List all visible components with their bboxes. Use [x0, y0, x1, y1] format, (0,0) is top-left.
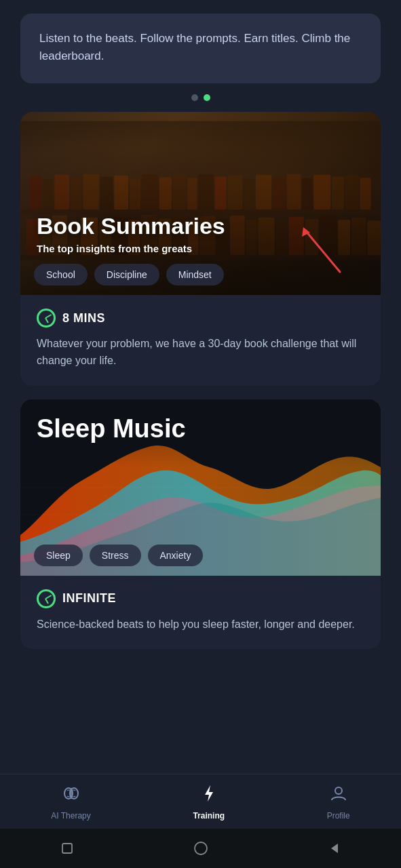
android-home-btn[interactable]	[191, 839, 210, 858]
book-summaries-card[interactable]: Book Summaries The top insights from the…	[20, 112, 381, 386]
tag-school[interactable]: School	[34, 264, 88, 285]
android-nav-bar	[0, 829, 401, 868]
nav-profile[interactable]: Profile	[327, 784, 350, 821]
main-scroll-area: Listen to the beats. Follow the prompts.…	[0, 0, 401, 771]
svg-point-62	[195, 842, 207, 854]
bolt-icon	[199, 784, 218, 808]
bottom-nav: AI Therapy Training Profile	[0, 774, 401, 827]
nav-training[interactable]: Training	[193, 784, 225, 821]
nav-ai-therapy[interactable]: AI Therapy	[51, 784, 90, 821]
dot-2[interactable]	[204, 94, 210, 101]
sleep-music-title: Sleep Music	[37, 414, 186, 443]
book-summaries-title: Book Summaries	[37, 214, 364, 239]
book-card-text: Book Summaries The top insights from the…	[37, 214, 364, 254]
svg-rect-61	[62, 844, 72, 853]
tag-mindset[interactable]: Mindset	[166, 264, 224, 285]
tag-stress[interactable]: Stress	[90, 545, 141, 566]
sleep-description: Science-backed beats to help you sleep f…	[37, 616, 364, 633]
sleep-duration: INFINITE	[62, 591, 116, 606]
promo-banner: Listen to the beats. Follow the prompts.…	[20, 14, 381, 83]
svg-marker-63	[331, 844, 338, 853]
android-back-btn[interactable]	[325, 839, 344, 858]
svg-point-60	[335, 787, 342, 794]
book-summaries-subtitle: The top insights from the greats	[37, 243, 364, 254]
tag-sleep[interactable]: Sleep	[34, 545, 83, 566]
tag-anxiety[interactable]: Anxiety	[148, 545, 204, 566]
sleep-music-card[interactable]: Sleep Music Sleep Stress Anxiety INFINIT…	[20, 399, 381, 650]
promo-text: Listen to the beats. Follow the prompts.…	[39, 30, 362, 64]
sleep-tags-row: Sleep Stress Anxiety	[34, 545, 367, 566]
book-tags-row: School Discipline Mindset	[34, 264, 367, 285]
book-timer-icon	[37, 309, 56, 328]
book-card-header: Book Summaries The top insights from the…	[20, 112, 381, 295]
book-duration: 8 MINS	[62, 311, 105, 326]
sleep-timer-icon	[37, 589, 56, 608]
book-description: Whatever your problem, we have a 30-day …	[37, 336, 364, 370]
brain-icon	[62, 784, 81, 808]
sleep-card-body: INFINITE Science-backed beats to help yo…	[20, 576, 381, 650]
book-duration-row: 8 MINS	[37, 309, 364, 328]
book-card-body: 8 MINS Whatever your problem, we have a …	[20, 295, 381, 386]
dot-1[interactable]	[191, 94, 198, 101]
sleep-duration-row: INFINITE	[37, 589, 364, 608]
android-square-btn[interactable]	[58, 839, 77, 858]
sleep-card-header: Sleep Music Sleep Stress Anxiety	[20, 399, 381, 576]
nav-training-label: Training	[193, 811, 225, 821]
tag-discipline[interactable]: Discipline	[94, 264, 159, 285]
pagination-dots	[0, 94, 401, 101]
nav-profile-label: Profile	[327, 811, 350, 821]
person-icon	[329, 784, 348, 808]
nav-ai-therapy-label: AI Therapy	[51, 811, 90, 821]
